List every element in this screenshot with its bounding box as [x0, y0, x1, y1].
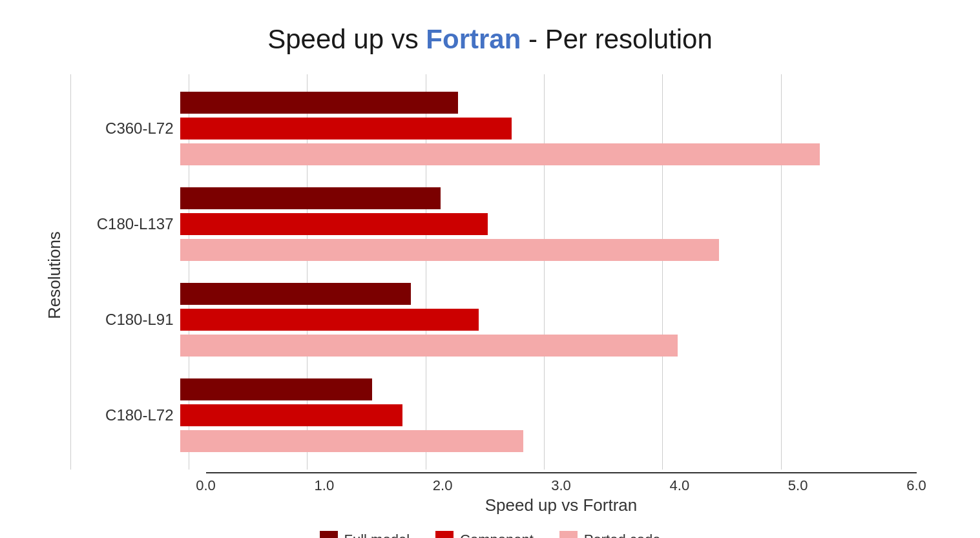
x-axis: 0.01.02.03.04.05.06.0 Speed up vs Fortra…: [70, 472, 943, 515]
legend: Full modelComponentPorted code: [320, 531, 661, 539]
bar-full-model: [180, 92, 459, 114]
bar-component-wrapper: [180, 212, 488, 236]
bar-full-model-wrapper: [180, 378, 372, 401]
x-tick: 6.0: [906, 477, 926, 494]
x-tick: 4.0: [670, 477, 690, 494]
legend-item: Component: [435, 531, 534, 539]
bar-ported-wrapper: [180, 143, 820, 166]
bar-component: [180, 404, 403, 426]
grid-line: [70, 74, 71, 470]
row-group: C180-L91: [180, 274, 943, 365]
bar-full-model: [180, 283, 412, 305]
bar-ported: [180, 239, 719, 261]
row-label: C180-L72: [77, 406, 174, 424]
bar-ported: [180, 143, 820, 165]
row-label: C360-L72: [77, 119, 174, 138]
y-axis-label: Resolutions: [38, 74, 70, 477]
row-label: C180-L137: [77, 215, 174, 233]
legend-label: Full model: [344, 532, 410, 539]
row-group: C360-L72: [180, 83, 943, 174]
x-tick: 5.0: [788, 477, 808, 494]
legend-color-box: [435, 531, 454, 539]
chart-plot-area: C360-L72C180-L137C180-L91C180-L72 0.01.0…: [70, 74, 943, 515]
bar-ported: [180, 430, 524, 452]
bar-full-model: [180, 187, 441, 209]
x-tick: 3.0: [551, 477, 571, 494]
bar-full-model-wrapper: [180, 282, 412, 305]
row-group: C180-L137: [180, 179, 943, 269]
chart-title: Speed up vs Fortran - Per resolution: [267, 24, 713, 55]
bars-section: C360-L72C180-L137C180-L91C180-L72: [70, 74, 943, 470]
row-group: C180-L72: [180, 370, 943, 460]
legend-label: Ported code: [584, 532, 661, 539]
title-highlight: Fortran: [426, 24, 521, 54]
bar-component: [180, 118, 512, 140]
row-label: C180-L91: [77, 311, 174, 329]
title-suffix: - Per resolution: [521, 24, 712, 54]
title-prefix: Speed up vs: [267, 24, 426, 54]
bar-ported-wrapper: [180, 238, 719, 262]
bar-component-wrapper: [180, 117, 512, 140]
legend-item: Ported code: [559, 531, 661, 539]
chart-container: Speed up vs Fortran - Per resolution Res…: [38, 17, 943, 521]
bar-component: [180, 213, 488, 235]
bar-component-wrapper: [180, 404, 403, 427]
x-tick: 2.0: [433, 477, 453, 494]
legend-item: Full model: [320, 531, 410, 539]
bar-ported-wrapper: [180, 429, 524, 453]
x-tick: 1.0: [315, 477, 335, 494]
legend-color-box: [559, 531, 578, 539]
bar-full-model-wrapper: [180, 91, 459, 114]
bar-full-model-wrapper: [180, 187, 441, 210]
bar-component-wrapper: [180, 308, 479, 331]
x-axis-label: Speed up vs Fortran: [485, 495, 638, 515]
legend-label: Component: [460, 532, 534, 539]
bar-full-model: [180, 378, 372, 400]
bar-component: [180, 309, 479, 331]
x-ticks: 0.01.02.03.04.05.06.0: [206, 472, 917, 491]
chart-body: Resolutions C360-L72C180-L137C180-L91C18…: [38, 74, 943, 515]
bar-ported-wrapper: [180, 334, 678, 357]
legend-color-box: [320, 531, 338, 539]
bar-ported: [180, 335, 678, 357]
x-tick: 0.0: [196, 477, 216, 494]
